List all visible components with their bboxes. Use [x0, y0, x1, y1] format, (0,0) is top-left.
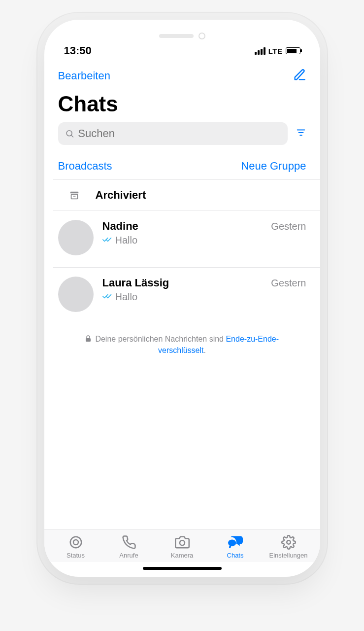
chats-icon	[227, 535, 244, 550]
svg-rect-5	[70, 192, 78, 194]
broadcasts-link[interactable]: Broadcasts	[58, 160, 112, 173]
status-time: 13:50	[64, 44, 92, 57]
page-title: Chats	[44, 88, 320, 122]
speaker-grille	[159, 34, 194, 38]
encryption-text-prefix: Deine persönlichen Nachrichten sind	[95, 335, 226, 343]
edit-button[interactable]: Bearbeiten	[58, 70, 110, 82]
filter-button[interactable]	[296, 127, 306, 140]
subnav-row: Broadcasts Neue Gruppe	[44, 151, 320, 179]
tab-label: Anrufe	[119, 552, 138, 559]
front-camera	[199, 33, 205, 39]
svg-point-9	[70, 537, 81, 548]
svg-point-10	[73, 540, 78, 545]
header-row: Bearbeiten	[44, 62, 320, 88]
battery-icon	[286, 47, 300, 54]
status-icon	[67, 535, 84, 550]
camera-icon	[174, 535, 191, 550]
search-field[interactable]	[58, 122, 288, 145]
chat-message: Hallo	[115, 235, 138, 246]
svg-point-11	[180, 540, 185, 545]
chat-row[interactable]: Nadine Gestern Hallo	[44, 211, 320, 267]
tab-status[interactable]: Status	[49, 535, 102, 559]
tab-label: Kamera	[171, 552, 194, 559]
encryption-notice: Deine persönlichen Nachrichten sind Ende…	[44, 324, 320, 366]
chat-name: Nadine	[102, 220, 138, 233]
tab-label: Status	[66, 552, 85, 559]
tab-label: Chats	[227, 552, 244, 559]
chat-time: Gestern	[271, 278, 306, 289]
archived-row[interactable]: Archiviert	[44, 180, 320, 210]
tab-settings[interactable]: Einstellungen	[262, 535, 315, 559]
archive-icon	[69, 190, 80, 201]
signal-bars-icon	[255, 47, 265, 55]
chat-message: Hallo	[115, 291, 138, 303]
svg-point-13	[287, 540, 291, 544]
archived-label: Archiviert	[96, 189, 146, 202]
chat-name: Laura Lässig	[102, 277, 169, 289]
tab-camera[interactable]: Kamera	[156, 535, 209, 559]
status-bar: 13:50 LTE	[44, 20, 320, 62]
search-icon	[65, 129, 74, 139]
compose-icon	[293, 68, 306, 82]
avatar	[58, 277, 94, 312]
new-group-link[interactable]: Neue Gruppe	[241, 160, 306, 173]
svg-point-12	[228, 539, 236, 546]
chat-time: Gestern	[271, 221, 306, 232]
tab-chats[interactable]: Chats	[209, 535, 262, 559]
tab-bar: Status Anrufe Kamera Chats Einstellungen	[44, 529, 320, 562]
filter-icon	[296, 127, 306, 138]
compose-button[interactable]	[293, 68, 306, 84]
lock-icon	[85, 334, 91, 345]
read-receipt-icon	[102, 293, 112, 302]
phone-frame: 13:50 LTE Bearbeiten Chats	[44, 20, 320, 577]
gear-icon	[280, 535, 297, 550]
avatar	[58, 220, 94, 255]
phone-icon	[121, 535, 137, 550]
network-type: LTE	[268, 47, 283, 55]
search-input[interactable]	[78, 127, 280, 140]
encryption-text-suffix: .	[204, 346, 206, 354]
svg-rect-8	[86, 338, 91, 342]
tab-calls[interactable]: Anrufe	[102, 535, 156, 559]
read-receipt-icon	[102, 236, 112, 245]
chat-row[interactable]: Laura Lässig Gestern Hallo	[44, 268, 320, 324]
svg-line-1	[71, 136, 73, 138]
tab-label: Einstellungen	[269, 552, 307, 559]
notch	[159, 33, 205, 39]
home-indicator[interactable]	[143, 567, 222, 570]
